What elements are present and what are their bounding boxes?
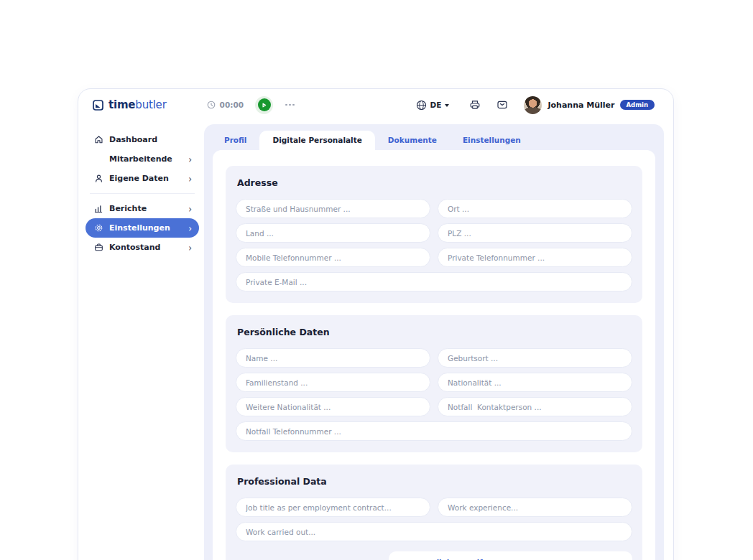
language-code: DE xyxy=(430,101,442,109)
printer-icon xyxy=(469,99,481,111)
envelope-icon xyxy=(496,99,508,111)
chevron-down-icon xyxy=(445,104,449,107)
sidebar-item-label: Einstellungen xyxy=(109,223,170,233)
personal-fields xyxy=(236,348,632,441)
user-avatar xyxy=(524,96,542,114)
timebutler-logo-icon xyxy=(93,100,103,111)
chevron-right-icon: › xyxy=(188,153,192,164)
role-badge: Admin xyxy=(620,100,655,111)
tab-einstellungen[interactable]: Einstellungen xyxy=(450,131,534,150)
city-input[interactable] xyxy=(438,199,632,218)
section-title: Adresse xyxy=(236,177,632,188)
professional-fields xyxy=(236,498,632,541)
chevron-right-icon: › xyxy=(188,241,192,253)
chevron-right-icon: › xyxy=(188,222,192,233)
mobile-phone-input[interactable] xyxy=(236,248,430,267)
header-actions: DE xyxy=(416,96,655,114)
app-window: timebutler 00:00 xyxy=(78,88,674,560)
file-card: my_diploma.pdf (22/12/2024, ~4.2 MB) xyxy=(389,551,632,560)
section-title: Persönliche Daten xyxy=(236,327,632,337)
tab-profil[interactable]: Profil xyxy=(211,131,259,150)
zip-input[interactable] xyxy=(438,223,632,243)
play-icon xyxy=(258,98,271,111)
work-experience-input[interactable] xyxy=(438,498,632,517)
private-email-input[interactable] xyxy=(236,272,632,291)
gear-icon xyxy=(94,223,103,233)
emergency-phone-input[interactable] xyxy=(236,421,632,441)
start-timer-button[interactable] xyxy=(255,96,273,114)
tab-digitale-personalalte[interactable]: Digitale Personalalte xyxy=(259,131,374,150)
sidebar-item-mitarbeitende[interactable]: Mitarbeitende › xyxy=(86,149,199,169)
sidebar-item-label: Berichte xyxy=(109,204,147,213)
page: timebutler 00:00 xyxy=(0,0,753,560)
section-persoenliche-daten: Persönliche Daten xyxy=(226,315,642,452)
emergency-contact-input[interactable] xyxy=(438,397,632,416)
top-bar: timebutler 00:00 xyxy=(78,89,673,121)
work-carried-out-input[interactable] xyxy=(236,522,632,541)
name-input[interactable] xyxy=(236,348,430,368)
brand-name: timebutler xyxy=(108,98,167,111)
tab-dokumente[interactable]: Dokumente xyxy=(375,131,450,150)
chevron-right-icon: › xyxy=(188,202,192,214)
tab-bar: Profil Digitale Personalalte Dokumente E… xyxy=(204,124,664,150)
sidebar-item-berichte[interactable]: Berichte › xyxy=(86,199,199,218)
sidebar-nav: Dashboard Mitarbeitende › Eigene Daten › xyxy=(86,130,199,257)
second-nationality-input[interactable] xyxy=(236,397,430,416)
brand-name-bold: time xyxy=(108,98,135,111)
sidebar-item-label: Mitarbeitende xyxy=(109,154,172,164)
brand-logo[interactable]: timebutler xyxy=(93,98,167,111)
user-menu[interactable]: Johanna Müller Admin xyxy=(524,96,655,114)
main-panel: Profil Digitale Personalalte Dokumente E… xyxy=(204,124,664,560)
marital-status-input[interactable] xyxy=(236,373,430,392)
sidebar-item-dashboard[interactable]: Dashboard xyxy=(86,130,199,149)
print-button[interactable] xyxy=(469,99,481,111)
sidebar-item-label: Kontostand xyxy=(109,243,160,252)
bar-chart-icon xyxy=(94,204,103,213)
brand-name-light: butler xyxy=(135,98,166,111)
tab-content: Adresse Persönliche Daten xyxy=(213,150,655,560)
section-adresse: Adresse xyxy=(226,166,642,303)
timer-value: 00:00 xyxy=(220,101,244,109)
user-name: Johanna Müller xyxy=(548,101,614,110)
section-title: Professional Data xyxy=(236,476,632,487)
language-selector[interactable]: DE xyxy=(416,100,450,111)
briefcase-icon xyxy=(94,243,103,252)
job-title-input[interactable] xyxy=(236,498,430,517)
country-input[interactable] xyxy=(236,223,430,243)
street-input[interactable] xyxy=(236,199,430,218)
sidebar-item-einstellungen[interactable]: Einstellungen › xyxy=(86,218,199,238)
sidebar-item-label: Dashboard xyxy=(109,135,157,144)
globe-icon xyxy=(416,100,427,111)
user-icon xyxy=(94,174,103,183)
time-tracker: 00:00 xyxy=(207,101,244,109)
sidebar-item-eigene-daten[interactable]: Eigene Daten › xyxy=(86,169,199,188)
clock-icon xyxy=(207,101,216,109)
private-phone-input[interactable] xyxy=(438,248,632,267)
nationality-input[interactable] xyxy=(438,373,632,392)
chevron-right-icon: › xyxy=(188,172,192,184)
section-professional-data: Professional Data University Diploma xyxy=(226,465,642,560)
address-fields xyxy=(236,199,632,291)
more-options-icon[interactable] xyxy=(285,104,295,106)
university-diploma-row: University Diploma my_diploma.pdf (22/12… xyxy=(236,551,632,560)
sidebar-item-kontostand[interactable]: Kontostand › xyxy=(86,238,199,257)
home-icon xyxy=(94,135,103,144)
sidebar-item-label: Eigene Daten xyxy=(109,174,169,183)
sidebar-divider xyxy=(90,193,195,194)
birthplace-input[interactable] xyxy=(438,348,632,368)
messages-button[interactable] xyxy=(496,99,508,111)
